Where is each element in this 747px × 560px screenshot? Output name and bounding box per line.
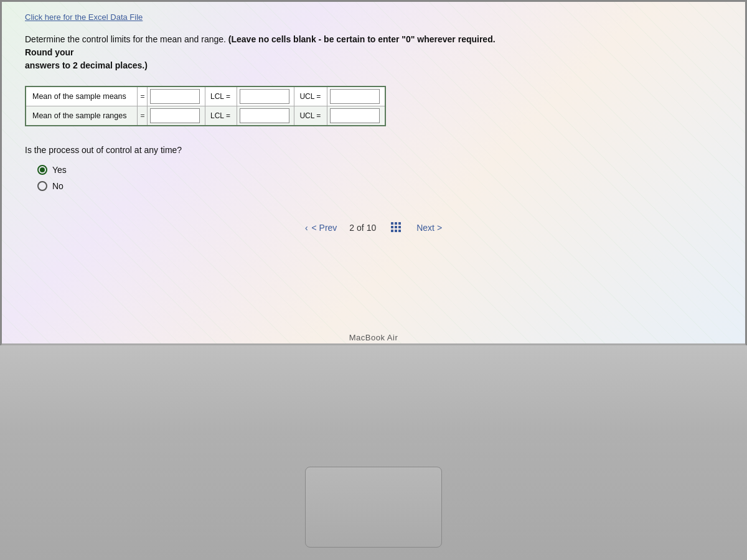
row2-mean-input[interactable]: [150, 108, 200, 123]
sub-question-text: Is the process out of control at any tim…: [25, 145, 722, 155]
radio-no-label: No: [52, 181, 63, 191]
row2-mean-input-cell: [148, 106, 205, 126]
grid-dots-icon: [391, 222, 402, 233]
macbook-air-label: MacBook Air: [349, 333, 398, 342]
table-row: Mean of the sample means = LCL = UCL =: [26, 87, 385, 106]
excel-link[interactable]: Click here for the Excel Data File: [25, 12, 143, 22]
row1-lcl-label: LCL =: [205, 87, 237, 106]
row2-ucl-input-cell: [327, 106, 385, 126]
radio-yes-circle[interactable]: [37, 165, 47, 175]
radio-no[interactable]: No: [37, 181, 722, 191]
page-current: 2: [349, 223, 354, 233]
question-emphasis: (Leave no cells blank - be certain to en…: [25, 34, 496, 70]
page-total: 10: [367, 223, 377, 233]
navigation-bar: ‹ < Prev 2 of 10 Next >: [25, 222, 722, 233]
row1-lcl-input-cell: [237, 87, 294, 106]
row1-ucl-input[interactable]: [330, 89, 380, 104]
row1-lcl-input[interactable]: [240, 89, 289, 104]
page-info: 2 of 10: [349, 223, 376, 233]
control-limits-table: Mean of the sample means = LCL = UCL =: [25, 86, 386, 126]
table-row: Mean of the sample ranges = LCL = UCL =: [26, 106, 385, 126]
radio-no-circle[interactable]: [37, 181, 47, 191]
row1-label: Mean of the sample means: [26, 87, 138, 106]
grid-icon[interactable]: [391, 222, 402, 233]
row1-mean-input[interactable]: [150, 89, 200, 104]
row2-lcl-input-cell: [237, 106, 294, 126]
prev-button[interactable]: ‹ < Prev: [305, 223, 337, 233]
row1-mean-input-cell: [148, 87, 205, 106]
radio-group: Yes No: [37, 165, 722, 191]
top-bar[interactable]: Click here for the Excel Data File: [25, 12, 722, 22]
question-text: Determine the control limits for the mea…: [25, 33, 510, 72]
row2-ucl-label: UCL =: [294, 106, 327, 126]
next-button[interactable]: Next >: [416, 223, 442, 233]
row1-ucl-label: UCL =: [294, 87, 327, 106]
page-separator: of: [357, 223, 367, 233]
laptop-body: ☀ ☀ F2 ⊞ F3 ⋮⋮⋮ F4 · F5 · F6: [0, 345, 747, 560]
laptop-screen: Click here for the Excel Data File Deter…: [0, 0, 747, 348]
row1-eq1: =: [138, 87, 148, 106]
prev-chevron-icon: ‹: [305, 223, 308, 233]
row2-ucl-input[interactable]: [330, 108, 380, 123]
radio-yes-label: Yes: [52, 165, 67, 175]
row2-label: Mean of the sample ranges: [26, 106, 138, 126]
row2-lcl-input[interactable]: [240, 108, 289, 123]
trackpad[interactable]: [305, 467, 442, 548]
row2-lcl-label: LCL =: [205, 106, 237, 126]
prev-label[interactable]: < Prev: [312, 223, 337, 233]
row1-ucl-input-cell: [327, 87, 385, 106]
radio-yes[interactable]: Yes: [37, 165, 722, 175]
row2-eq1: =: [138, 106, 148, 126]
